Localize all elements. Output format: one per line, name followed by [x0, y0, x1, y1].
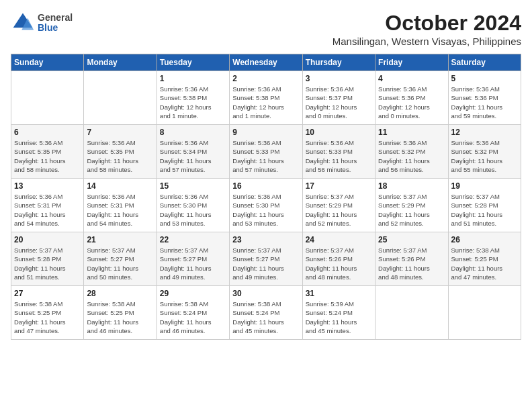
calendar-cell: 20Sunrise: 5:37 AM Sunset: 5:28 PM Dayli… [11, 232, 84, 286]
day-info: Sunrise: 5:37 AM Sunset: 5:27 PM Dayligh… [232, 246, 299, 281]
weekday-header-row: SundayMondayTuesdayWednesdayThursdayFrid… [11, 54, 521, 71]
calendar-cell: 7Sunrise: 5:36 AM Sunset: 5:35 PM Daylig… [84, 125, 157, 179]
day-number: 22 [160, 235, 226, 244]
day-number: 13 [14, 181, 81, 191]
weekday-header: Wednesday [230, 54, 302, 71]
day-info: Sunrise: 5:36 AM Sunset: 5:34 PM Dayligh… [160, 138, 226, 174]
weekday-header: Tuesday [157, 54, 229, 71]
day-info: Sunrise: 5:36 AM Sunset: 5:30 PM Dayligh… [160, 192, 226, 228]
calendar-cell: 15Sunrise: 5:36 AM Sunset: 5:30 PM Dayli… [157, 179, 229, 232]
calendar-cell: 27Sunrise: 5:38 AM Sunset: 5:25 PM Dayli… [11, 286, 84, 340]
day-info: Sunrise: 5:36 AM Sunset: 5:33 PM Dayligh… [232, 138, 299, 174]
day-info: Sunrise: 5:36 AM Sunset: 5:30 PM Dayligh… [232, 192, 299, 228]
weekday-header: Thursday [302, 54, 375, 71]
calendar-cell: 21Sunrise: 5:37 AM Sunset: 5:27 PM Dayli… [84, 232, 157, 286]
day-number: 7 [87, 128, 153, 137]
day-number: 14 [87, 181, 153, 191]
calendar-cell: 2Sunrise: 5:36 AM Sunset: 5:38 PM Daylig… [230, 71, 302, 125]
calendar-cell: 11Sunrise: 5:36 AM Sunset: 5:32 PM Dayli… [375, 125, 448, 179]
page-header: General Blue October 2024 Mansilingan, W… [11, 11, 521, 47]
weekday-header: Friday [375, 54, 448, 71]
calendar-week-row: 6Sunrise: 5:36 AM Sunset: 5:35 PM Daylig… [11, 125, 521, 179]
day-number: 1 [160, 74, 226, 83]
day-info: Sunrise: 5:37 AM Sunset: 5:27 PM Dayligh… [87, 246, 153, 281]
calendar-cell: 16Sunrise: 5:36 AM Sunset: 5:30 PM Dayli… [230, 179, 302, 232]
calendar-week-row: 27Sunrise: 5:38 AM Sunset: 5:25 PM Dayli… [11, 286, 521, 340]
logo-icon [11, 11, 35, 35]
day-number: 21 [87, 235, 153, 244]
day-info: Sunrise: 5:38 AM Sunset: 5:25 PM Dayligh… [14, 300, 81, 335]
calendar-cell [84, 71, 157, 125]
day-info: Sunrise: 5:36 AM Sunset: 5:32 PM Dayligh… [378, 138, 445, 174]
title-area: October 2024 Mansilingan, Western Visaya… [332, 11, 521, 47]
calendar-week-row: 13Sunrise: 5:36 AM Sunset: 5:31 PM Dayli… [11, 179, 521, 232]
calendar-table: SundayMondayTuesdayWednesdayThursdayFrid… [11, 54, 521, 340]
calendar-cell: 31Sunrise: 5:39 AM Sunset: 5:24 PM Dayli… [302, 286, 375, 340]
day-info: Sunrise: 5:36 AM Sunset: 5:37 PM Dayligh… [306, 85, 372, 120]
calendar-cell: 22Sunrise: 5:37 AM Sunset: 5:27 PM Dayli… [157, 232, 229, 286]
calendar-week-row: 20Sunrise: 5:37 AM Sunset: 5:28 PM Dayli… [11, 232, 521, 286]
calendar-cell [375, 286, 448, 340]
day-number: 26 [451, 235, 518, 244]
day-number: 18 [378, 181, 445, 191]
day-info: Sunrise: 5:37 AM Sunset: 5:26 PM Dayligh… [378, 246, 445, 281]
day-number: 8 [160, 128, 226, 137]
day-info: Sunrise: 5:36 AM Sunset: 5:35 PM Dayligh… [14, 138, 81, 174]
calendar-cell: 26Sunrise: 5:38 AM Sunset: 5:25 PM Dayli… [448, 232, 521, 286]
day-info: Sunrise: 5:36 AM Sunset: 5:36 PM Dayligh… [451, 85, 518, 120]
day-info: Sunrise: 5:37 AM Sunset: 5:29 PM Dayligh… [306, 192, 372, 228]
day-info: Sunrise: 5:37 AM Sunset: 5:29 PM Dayligh… [378, 192, 445, 228]
day-info: Sunrise: 5:36 AM Sunset: 5:38 PM Dayligh… [232, 85, 299, 120]
day-info: Sunrise: 5:38 AM Sunset: 5:24 PM Dayligh… [232, 300, 299, 335]
calendar-cell: 8Sunrise: 5:36 AM Sunset: 5:34 PM Daylig… [157, 125, 229, 179]
day-number: 23 [232, 235, 299, 244]
calendar-cell: 12Sunrise: 5:36 AM Sunset: 5:32 PM Dayli… [448, 125, 521, 179]
calendar-week-row: 1Sunrise: 5:36 AM Sunset: 5:38 PM Daylig… [11, 71, 521, 125]
day-number: 24 [306, 235, 372, 244]
calendar-cell: 29Sunrise: 5:38 AM Sunset: 5:24 PM Dayli… [157, 286, 229, 340]
day-number: 20 [14, 235, 81, 244]
day-info: Sunrise: 5:36 AM Sunset: 5:36 PM Dayligh… [378, 85, 445, 120]
calendar-cell: 30Sunrise: 5:38 AM Sunset: 5:24 PM Dayli… [230, 286, 302, 340]
calendar-cell: 10Sunrise: 5:36 AM Sunset: 5:33 PM Dayli… [302, 125, 375, 179]
location-title: Mansilingan, Western Visayas, Philippine… [332, 36, 521, 47]
day-number: 15 [160, 181, 226, 191]
calendar-cell: 14Sunrise: 5:36 AM Sunset: 5:31 PM Dayli… [84, 179, 157, 232]
calendar-cell [448, 286, 521, 340]
day-number: 16 [232, 181, 299, 191]
weekday-header: Saturday [448, 54, 521, 71]
day-number: 28 [87, 289, 153, 298]
logo-general: General [38, 13, 73, 23]
day-info: Sunrise: 5:37 AM Sunset: 5:27 PM Dayligh… [160, 246, 226, 281]
day-number: 5 [451, 74, 518, 83]
day-number: 25 [378, 235, 445, 244]
calendar-cell: 19Sunrise: 5:37 AM Sunset: 5:28 PM Dayli… [448, 179, 521, 232]
calendar-cell: 9Sunrise: 5:36 AM Sunset: 5:33 PM Daylig… [230, 125, 302, 179]
day-info: Sunrise: 5:36 AM Sunset: 5:31 PM Dayligh… [87, 192, 153, 228]
day-info: Sunrise: 5:36 AM Sunset: 5:32 PM Dayligh… [451, 138, 518, 174]
day-info: Sunrise: 5:37 AM Sunset: 5:28 PM Dayligh… [451, 192, 518, 228]
day-number: 17 [306, 181, 372, 191]
calendar-cell: 4Sunrise: 5:36 AM Sunset: 5:36 PM Daylig… [375, 71, 448, 125]
calendar-cell: 17Sunrise: 5:37 AM Sunset: 5:29 PM Dayli… [302, 179, 375, 232]
day-info: Sunrise: 5:37 AM Sunset: 5:26 PM Dayligh… [306, 246, 372, 281]
calendar-cell: 1Sunrise: 5:36 AM Sunset: 5:38 PM Daylig… [157, 71, 229, 125]
day-info: Sunrise: 5:36 AM Sunset: 5:38 PM Dayligh… [160, 85, 226, 120]
calendar-cell: 28Sunrise: 5:38 AM Sunset: 5:25 PM Dayli… [84, 286, 157, 340]
day-number: 29 [160, 289, 226, 298]
day-info: Sunrise: 5:36 AM Sunset: 5:35 PM Dayligh… [87, 138, 153, 174]
day-number: 31 [306, 289, 372, 298]
day-number: 12 [451, 128, 518, 137]
weekday-header: Monday [84, 54, 157, 71]
calendar-cell: 23Sunrise: 5:37 AM Sunset: 5:27 PM Dayli… [230, 232, 302, 286]
day-number: 9 [232, 128, 299, 137]
day-number: 19 [451, 181, 518, 191]
month-title: October 2024 [332, 11, 521, 36]
day-number: 30 [232, 289, 299, 298]
weekday-header: Sunday [11, 54, 84, 71]
logo-blue: Blue [38, 23, 73, 33]
day-info: Sunrise: 5:36 AM Sunset: 5:31 PM Dayligh… [14, 192, 81, 228]
calendar-cell: 5Sunrise: 5:36 AM Sunset: 5:36 PM Daylig… [448, 71, 521, 125]
day-info: Sunrise: 5:36 AM Sunset: 5:33 PM Dayligh… [306, 138, 372, 174]
calendar-cell: 18Sunrise: 5:37 AM Sunset: 5:29 PM Dayli… [375, 179, 448, 232]
